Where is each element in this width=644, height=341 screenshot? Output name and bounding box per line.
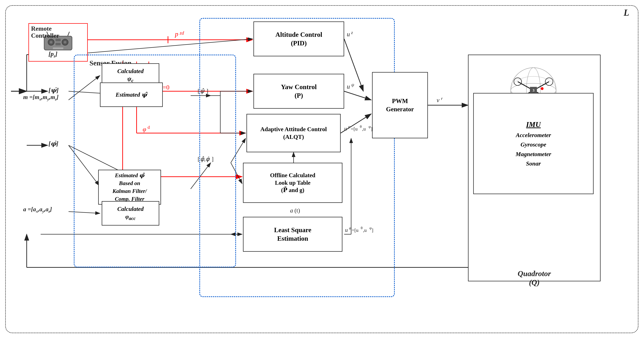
svg-line-83 <box>68 32 70 36</box>
phi-dot-label: [φ̇] <box>48 140 58 147</box>
est-psi-box: Estimated ψ̂ <box>100 82 163 107</box>
svg-point-85 <box>50 41 52 44</box>
pz-label: [pz] <box>48 50 58 58</box>
diagram-container: L p zd ψ d =0 <box>5 5 638 333</box>
quadrotor-label: Quadrotor (Q) <box>491 269 578 287</box>
m-vec-label: m =[mx,my,mz] <box>23 94 58 102</box>
inner-blue-region <box>199 18 395 297</box>
lookup-box: Offline Calculated Look up Table (P̄ and… <box>243 163 342 203</box>
adaptive-control-box: Adaptive Attitude Control (ALQT) <box>246 114 341 152</box>
svg-text:v: v <box>436 97 440 104</box>
pwm-box: PWM Generator <box>372 72 428 138</box>
svg-rect-90 <box>53 48 63 49</box>
altitude-control-box: Altitude Control (PID) <box>254 22 344 56</box>
svg-text:zd: zd <box>180 30 184 36</box>
svg-text:r: r <box>441 96 443 101</box>
svg-point-87 <box>64 41 66 44</box>
est-phi-box: Estimated φ̂ Based on Kalman Filter/ Com… <box>98 170 161 204</box>
a-vec-label: a =[ax,ay,az] <box>23 206 52 214</box>
svg-rect-89 <box>56 43 61 45</box>
imu-box: IMU Accelerometer Gyroscope Magnetometer… <box>473 93 594 194</box>
svg-text:3: 3 <box>532 88 534 92</box>
remote-controller-label2: Controller <box>31 32 59 39</box>
yaw-control-box: Yaw Control (P) <box>254 74 344 109</box>
calc-phi-box: Calculated φacc <box>102 201 159 226</box>
svg-text:p: p <box>174 30 178 38</box>
label-L: L <box>624 8 629 18</box>
remote-controller-label: Remote <box>31 25 52 32</box>
psi-dot-label: [ψ̇] <box>48 86 58 94</box>
svg-point-103 <box>541 87 544 90</box>
lse-box: Least Square Estimation <box>243 217 342 252</box>
